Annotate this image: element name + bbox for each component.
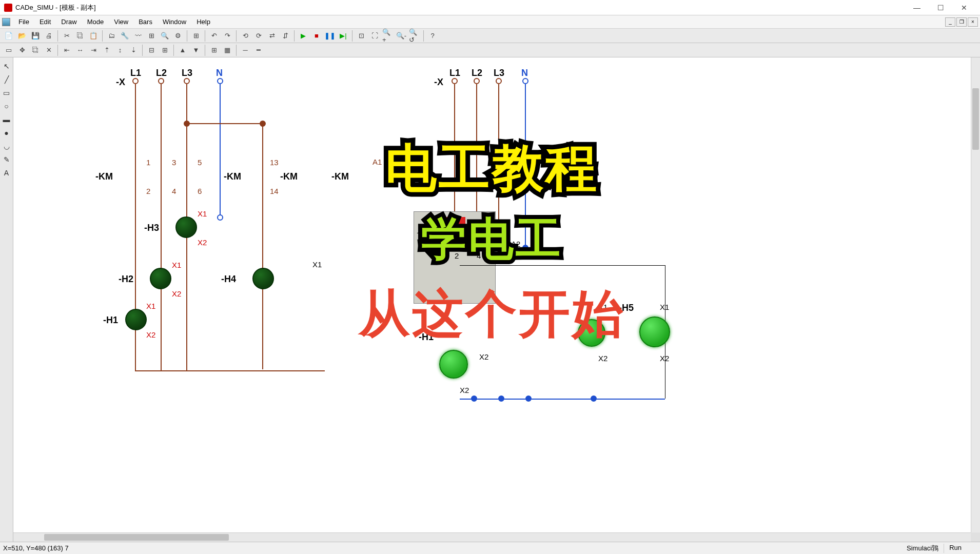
align-bottom-icon[interactable]: ⇣ bbox=[127, 44, 140, 56]
help-icon[interactable]: ? bbox=[426, 30, 439, 42]
align-right-icon[interactable]: ⇥ bbox=[87, 44, 100, 56]
label-x2-h3: X2 bbox=[198, 238, 207, 247]
align-left-icon[interactable]: ⇤ bbox=[61, 44, 73, 56]
label-x-right: -X bbox=[434, 77, 443, 88]
close-button[interactable]: ✕ bbox=[952, 0, 976, 15]
align-top-icon[interactable]: ⇡ bbox=[101, 44, 113, 56]
label-c13: 13 bbox=[270, 158, 279, 167]
copy-icon[interactable]: ⿻ bbox=[74, 30, 86, 42]
mdi-minimize-button[interactable]: _ bbox=[945, 17, 955, 27]
menu-bars[interactable]: Bars bbox=[133, 17, 158, 27]
wire-icon[interactable]: 〰 bbox=[132, 30, 144, 42]
vertical-scrollbar[interactable] bbox=[971, 57, 980, 532]
stop-icon[interactable]: ■ bbox=[310, 30, 323, 42]
play-icon[interactable]: ▶ bbox=[297, 30, 309, 42]
grid-snap-icon[interactable]: ⊞ bbox=[208, 44, 220, 56]
filled-rect-icon[interactable]: ▬ bbox=[1, 114, 12, 125]
zoom-in-icon[interactable]: 🔍+ bbox=[382, 30, 394, 42]
menu-edit[interactable]: Edit bbox=[34, 17, 56, 27]
move-icon[interactable]: ✥ bbox=[16, 44, 28, 56]
label-h5: -H5 bbox=[619, 303, 634, 313]
line-thick-icon[interactable]: ━ bbox=[252, 44, 265, 56]
line-thin-icon[interactable]: ─ bbox=[239, 44, 251, 56]
search-icon[interactable]: 🔍 bbox=[159, 30, 171, 42]
label-n-left: N bbox=[216, 68, 223, 78]
label-r4: 4 bbox=[477, 251, 481, 260]
step-icon[interactable]: ▶| bbox=[337, 30, 349, 42]
label-h2: -H2 bbox=[119, 274, 133, 285]
rect-tool-icon[interactable]: ▭ bbox=[1, 87, 12, 98]
back-icon[interactable]: ▼ bbox=[190, 44, 202, 56]
new-icon[interactable]: 📄 bbox=[3, 30, 15, 42]
maximize-button[interactable]: ☐ bbox=[929, 0, 952, 15]
rotate-right-icon[interactable]: ⟳ bbox=[252, 30, 265, 42]
undo-icon[interactable]: ↶ bbox=[208, 30, 220, 42]
minimize-button[interactable]: — bbox=[905, 0, 929, 15]
menu-help[interactable]: Help bbox=[191, 17, 215, 27]
menu-mode[interactable]: Mode bbox=[82, 17, 109, 27]
copy-obj-icon[interactable]: ⿻ bbox=[29, 44, 42, 56]
wire bbox=[262, 123, 263, 369]
mdi-close-button[interactable]: × bbox=[968, 17, 978, 27]
junction bbox=[184, 121, 190, 127]
arc-tool-icon[interactable]: ◡ bbox=[1, 141, 12, 152]
open-icon[interactable]: 📂 bbox=[16, 30, 28, 42]
zoom-window-icon[interactable]: ⊡ bbox=[355, 30, 367, 42]
zoom-fit-icon[interactable]: ⛶ bbox=[368, 30, 381, 42]
menu-file[interactable]: File bbox=[13, 17, 34, 27]
grid-icon[interactable]: ⊞ bbox=[190, 30, 202, 42]
vscroll-thumb[interactable] bbox=[972, 88, 979, 150]
status-coords: X=510, Y=480 (163) 7 bbox=[3, 544, 69, 552]
align-center-icon[interactable]: ↔ bbox=[74, 44, 86, 56]
line-tool-icon[interactable]: ╱ bbox=[1, 74, 12, 85]
flip-h-icon[interactable]: ⇄ bbox=[266, 30, 278, 42]
menu-view[interactable]: View bbox=[109, 17, 133, 27]
menu-draw[interactable]: Draw bbox=[56, 17, 82, 27]
flip-v-icon[interactable]: ⇵ bbox=[279, 30, 291, 42]
label-a1: A1 bbox=[373, 157, 382, 166]
circle-tool-icon[interactable]: ○ bbox=[1, 101, 12, 112]
ungroup-icon[interactable]: ⊞ bbox=[159, 44, 171, 56]
symbol-icon[interactable]: ⊞ bbox=[145, 30, 158, 42]
hscroll-thumb[interactable] bbox=[44, 534, 229, 541]
grid-toggle-icon[interactable]: ▦ bbox=[221, 44, 233, 56]
pointer-icon[interactable]: ↖ bbox=[1, 61, 12, 72]
front-icon[interactable]: ▲ bbox=[177, 44, 189, 56]
rotate-left-icon[interactable]: ⟲ bbox=[239, 30, 251, 42]
node-n-right bbox=[522, 78, 528, 84]
schematic: L1 L2 L3 N -X 1 bbox=[13, 57, 971, 532]
select-all-icon[interactable]: ▭ bbox=[3, 44, 15, 56]
print-icon[interactable]: 🖨 bbox=[43, 30, 55, 42]
node-l2-right bbox=[474, 78, 480, 84]
delete-icon[interactable]: ✕ bbox=[43, 44, 55, 56]
zoom-out-icon[interactable]: 🔍- bbox=[395, 30, 407, 42]
pause-icon[interactable]: ❚❚ bbox=[324, 30, 336, 42]
junction bbox=[471, 395, 477, 402]
label-km1: -KM bbox=[95, 171, 113, 182]
node-l1-right bbox=[452, 78, 458, 84]
redo-icon[interactable]: ↷ bbox=[221, 30, 233, 42]
save-icon[interactable]: 💾 bbox=[29, 30, 42, 42]
junction bbox=[525, 395, 532, 402]
filled-circle-icon[interactable]: ● bbox=[1, 127, 12, 138]
lamp-h4 bbox=[252, 268, 274, 289]
brush-tool-icon[interactable]: ✎ bbox=[1, 154, 12, 165]
canvas[interactable]: L1 L2 L3 N -X 1 bbox=[13, 57, 971, 532]
zoom-prev-icon[interactable]: 🔍↺ bbox=[408, 30, 421, 42]
align-middle-icon[interactable]: ↕ bbox=[114, 44, 126, 56]
component-icon[interactable]: 🔧 bbox=[119, 30, 131, 42]
paste-icon[interactable]: 📋 bbox=[87, 30, 100, 42]
label-a2: A2 bbox=[511, 240, 520, 248]
group-icon[interactable]: ⊟ bbox=[145, 44, 158, 56]
horizontal-scrollbar[interactable] bbox=[13, 532, 971, 542]
library-icon[interactable]: 🗂 bbox=[105, 30, 117, 42]
menu-window[interactable]: Window bbox=[158, 17, 191, 27]
cut-icon[interactable]: ✂ bbox=[61, 30, 73, 42]
label-x-left: -X bbox=[116, 77, 125, 88]
mdi-restore-button[interactable]: ❐ bbox=[956, 17, 967, 27]
settings-icon[interactable]: ⚙ bbox=[172, 30, 184, 42]
label-c5: 5 bbox=[198, 158, 202, 167]
label-r2: 2 bbox=[455, 251, 459, 260]
text-tool-icon[interactable]: A bbox=[1, 167, 12, 179]
label-km4: -KM bbox=[331, 171, 349, 182]
